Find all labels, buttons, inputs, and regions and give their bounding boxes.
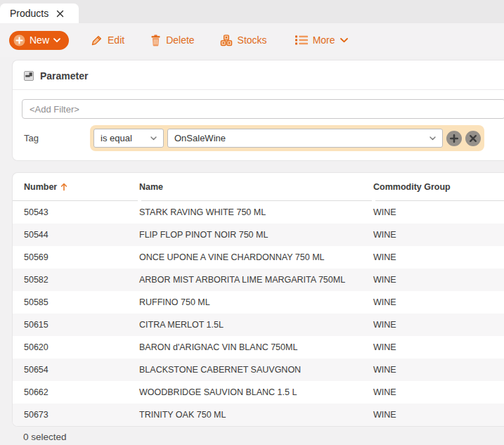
tab-close-icon[interactable]: [56, 10, 64, 18]
cell-number: 50615: [24, 320, 139, 330]
cell-number: 50620: [24, 342, 139, 352]
remove-filter-condition-button[interactable]: [465, 131, 481, 146]
column-header-number[interactable]: Number: [24, 182, 139, 192]
edit-button[interactable]: Edit: [91, 34, 124, 46]
filter-value-combobox[interactable]: OnSaleWine: [167, 129, 443, 148]
close-icon: [469, 134, 477, 143]
cell-name: RUFFINO 750 ML: [139, 297, 373, 307]
chevron-down-icon: [429, 136, 436, 141]
plus-circle-icon: [13, 34, 25, 46]
toolbar: New Edit Delete Stocks More: [0, 23, 504, 57]
pencil-icon: [91, 34, 103, 46]
more-button-label: More: [313, 34, 335, 46]
cell-number: 50654: [24, 365, 139, 375]
table-row[interactable]: 50662WOODBRIDGE SAUVION BLANC 1.5 LWINE: [13, 381, 504, 404]
cell-commodity-group: WINE: [373, 230, 504, 240]
cell-commodity-group: WINE: [373, 320, 504, 330]
table-row[interactable]: 50673TRINITY OAK 750 MLWINE: [13, 404, 504, 426]
table-body: 50543STARK RAVING WHITE 750 MLWINE50544F…: [13, 201, 504, 426]
add-filter-input[interactable]: [22, 99, 504, 119]
stacked-cubes-icon: [220, 34, 233, 46]
chevron-down-icon: [340, 38, 348, 43]
filter-value: OnSaleWine: [174, 133, 226, 143]
products-table: Number Name Commodity Group 50543STARK R…: [12, 172, 504, 427]
table-header-row: Number Name Commodity Group: [13, 173, 504, 201]
selection-status: 0 selected: [0, 427, 504, 442]
column-header-commodity-group[interactable]: Commodity Group: [373, 182, 504, 192]
table-row[interactable]: 50543STARK RAVING WHITE 750 MLWINE: [13, 201, 504, 224]
stocks-button[interactable]: Stocks: [220, 34, 267, 46]
cell-commodity-group: WINE: [373, 252, 504, 262]
sort-ascending-icon: [60, 183, 67, 191]
cell-name: WOODBRIDGE SAUVION BLANC 1.5 L: [139, 387, 373, 397]
chevron-down-icon: [53, 38, 60, 43]
delete-button-label: Delete: [166, 34, 194, 46]
column-divider: [138, 200, 141, 201]
cell-name: BLACKSTONE CABERNET SAUVGNON: [139, 365, 373, 375]
filter-field-label: Tag: [24, 133, 90, 143]
new-button[interactable]: New: [9, 31, 69, 50]
cell-commodity-group: WINE: [373, 365, 504, 375]
cell-number: 50543: [24, 207, 139, 217]
edit-button-label: Edit: [108, 34, 124, 46]
cell-name: BARON d'ARIGNAC VIN BLANC 750ML: [139, 342, 373, 352]
cell-number: 50585: [24, 297, 139, 307]
list-menu-icon: [295, 35, 308, 45]
parameter-panel-title: Parameter: [40, 70, 89, 82]
plus-icon: [450, 134, 458, 143]
cell-number: 50544: [24, 230, 139, 240]
filter-controls: is equal OnSaleWine: [90, 125, 484, 151]
cell-number: 50569: [24, 252, 139, 262]
add-filter-condition-button[interactable]: [446, 131, 462, 146]
cell-name: ARBOR MIST ARBORITA LIME MARGARITA 750ML: [139, 275, 373, 285]
parameter-panel-header[interactable]: Parameter: [13, 60, 504, 90]
cell-name: STARK RAVING WHITE 750 ML: [139, 207, 373, 217]
cell-name: ONCE UPONE A VINE CHARDONNAY 750 ML: [139, 252, 373, 262]
stocks-button-label: Stocks: [238, 34, 267, 46]
cell-number: 50673: [24, 410, 139, 420]
cell-name: TRINITY OAK 750 ML: [139, 410, 373, 420]
filter-operator-select[interactable]: is equal: [93, 129, 164, 148]
chevron-down-icon: [150, 136, 157, 141]
column-header-name[interactable]: Name: [139, 182, 373, 192]
table-row[interactable]: 50654BLACKSTONE CABERNET SAUVGNONWINE: [13, 359, 504, 381]
tab-products[interactable]: Products: [0, 4, 79, 23]
delete-button[interactable]: Delete: [150, 34, 194, 46]
more-button[interactable]: More: [295, 34, 348, 46]
cell-name: CITRA MERLOT 1.5L: [139, 320, 373, 330]
table-row[interactable]: 50569ONCE UPONE A VINE CHARDONNAY 750 ML…: [13, 246, 504, 269]
cell-commodity-group: WINE: [373, 342, 504, 352]
table-row[interactable]: 50544FLIP FLOP PINOT NOIR 750 MLWINE: [13, 224, 504, 246]
table-row[interactable]: 50615CITRA MERLOT 1.5LWINE: [13, 314, 504, 336]
pin-panel-icon: [24, 71, 34, 81]
cell-name: FLIP FLOP PINOT NOIR 750 ML: [139, 230, 373, 240]
cell-commodity-group: WINE: [373, 207, 504, 217]
filter-row: Tag is equal OnSaleWine: [24, 125, 504, 151]
table-row[interactable]: 50620BARON d'ARIGNAC VIN BLANC 750MLWINE: [13, 336, 504, 359]
cell-number: 50582: [24, 275, 139, 285]
cell-commodity-group: WINE: [373, 410, 504, 420]
tab-title: Products: [10, 8, 49, 19]
table-row[interactable]: 50585RUFFINO 750 MLWINE: [13, 291, 504, 314]
cell-commodity-group: WINE: [373, 387, 504, 397]
cell-commodity-group: WINE: [373, 275, 504, 285]
column-divider: [372, 200, 375, 201]
table-row[interactable]: 50582ARBOR MIST ARBORITA LIME MARGARITA …: [13, 269, 504, 291]
trash-icon: [150, 34, 161, 46]
cell-commodity-group: WINE: [373, 297, 504, 307]
tab-bar: Products: [0, 0, 504, 23]
filter-operator-value: is equal: [101, 133, 132, 143]
new-button-label: New: [30, 34, 49, 46]
cell-number: 50662: [24, 387, 139, 397]
parameter-panel: Parameter Tag is equal OnSaleWine: [12, 60, 504, 161]
